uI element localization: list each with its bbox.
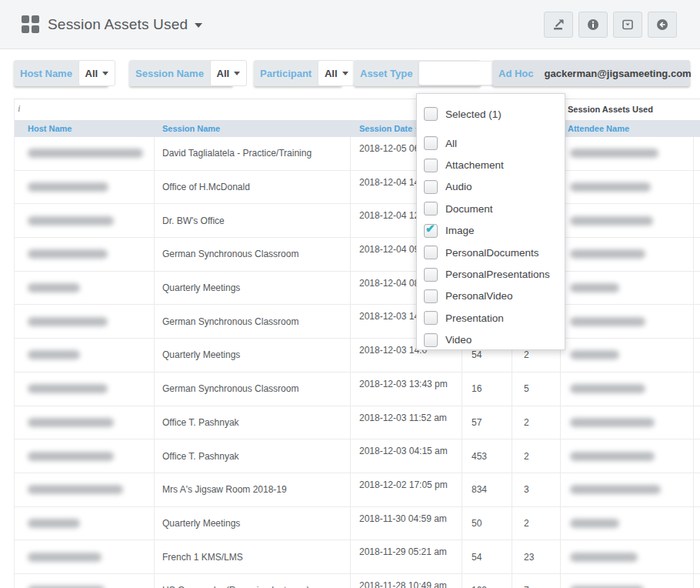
- top-bar: Session Assets Used: [0, 0, 700, 49]
- checkbox-icon[interactable]: [424, 136, 438, 150]
- checkbox-icon[interactable]: [424, 159, 438, 172]
- asset-type-option[interactable]: PersonalVideo: [417, 286, 565, 307]
- asset-type-input[interactable]: [418, 61, 495, 85]
- attendee-name-cell: [561, 507, 694, 540]
- asset-type-dropdown: Selected (1) All Attachement Audio Docum…: [416, 93, 565, 350]
- asset-type-option[interactable]: Presentation: [417, 307, 565, 329]
- filter-participant: Participant All: [254, 60, 342, 86]
- table-row[interactable]: German Synchronous Classroom 2018-12-04 …: [15, 238, 700, 272]
- participant-select[interactable]: All: [318, 60, 355, 86]
- asset-type-option[interactable]: All: [417, 132, 565, 154]
- checkbox-icon[interactable]: [424, 224, 438, 238]
- session-name-select[interactable]: All: [210, 60, 247, 86]
- grid-menu-icon[interactable]: [22, 15, 39, 33]
- export-image-button[interactable]: [544, 12, 573, 38]
- host-name-cell: [15, 507, 155, 540]
- checkbox-icon[interactable]: [424, 289, 438, 303]
- filter-participant-label: Participant: [254, 68, 318, 79]
- asset-type-option[interactable]: Audio: [417, 176, 565, 198]
- session-name-cell: German Synchronous Classroom: [155, 305, 351, 338]
- redacted-host-name: [28, 553, 102, 562]
- host-name-cell: [15, 406, 155, 439]
- table-row[interactable]: Quarterly Meetings 2018-11-30 04:59 am 5…: [15, 507, 700, 541]
- attendees-count-cell: 5: [512, 373, 561, 406]
- host-name-cell: [15, 204, 155, 237]
- checkbox-icon[interactable]: [424, 268, 438, 282]
- filter-ad-hoc: Ad Hoc gackerman@jigsameeting.com: [492, 60, 690, 86]
- redacted-host-name: [28, 149, 143, 158]
- attendee-name-cell: [561, 473, 694, 506]
- redacted-attendee-name: [570, 216, 653, 226]
- grid-info-icon[interactable]: i: [18, 102, 21, 115]
- page-title-wrap[interactable]: Session Assets Used: [48, 0, 202, 48]
- table-row[interactable]: Dr. BW's Office 2018-12-04 12:5: [15, 204, 700, 238]
- redacted-attendee-name: [570, 553, 638, 562]
- session-date-cell: 2018-12-03 04:15 am: [351, 439, 462, 473]
- table-row[interactable]: French 1 KMS/LMS 2018-11-29 05:21 am 54 …: [15, 540, 700, 574]
- redacted-attendee-name: [570, 452, 655, 461]
- host-name-cell: [15, 238, 155, 271]
- asset-type-option-label: PersonalDocuments: [445, 247, 539, 259]
- table-row[interactable]: HS Geography (Recurring Instance) 2018-1…: [15, 574, 700, 588]
- table-row[interactable]: Office of H.McDonald 2018-12-04 14:5: [15, 171, 700, 205]
- asset-type-option[interactable]: Video: [417, 329, 565, 350]
- table-row[interactable]: German Synchronous Classroom 2018-12-03 …: [15, 305, 700, 339]
- table-row[interactable]: David Taglialatela - Practice/Training 2…: [15, 137, 700, 171]
- redacted-host-name: [28, 182, 108, 192]
- host-name-select[interactable]: All: [78, 60, 115, 86]
- caret-down-icon: [195, 23, 202, 28]
- attendee-name-cell: [561, 339, 694, 372]
- asset-type-option[interactable]: Image: [417, 220, 565, 242]
- checkbox-icon[interactable]: [424, 246, 438, 259]
- checkbox-icon[interactable]: [424, 202, 438, 215]
- grid-toolbar: i Session Assets Used: [15, 99, 700, 120]
- info-button[interactable]: [578, 12, 608, 38]
- asset-type-option-label: Audio: [445, 181, 472, 192]
- asset-type-option[interactable]: PersonalPresentations: [417, 263, 565, 285]
- column-header-host-name[interactable]: Host Name: [15, 124, 155, 133]
- column-header-session-name[interactable]: Session Name: [155, 124, 351, 133]
- table-row[interactable]: Mrs A's Jigsaw Room 2018-19 2018-12-02 1…: [15, 473, 700, 507]
- redacted-attendee-name: [570, 485, 661, 494]
- session-name-selected-value: All: [217, 68, 230, 79]
- session-date-cell: 2018-12-03 11:52 am: [351, 406, 462, 439]
- redacted-attendee-name: [570, 149, 658, 158]
- host-name-cell: [15, 339, 155, 372]
- session-date-cell: 2018-11-29 05:21 am: [351, 540, 462, 573]
- back-button[interactable]: [648, 12, 677, 38]
- asset-type-option[interactable]: Attachement: [417, 154, 565, 175]
- table-row[interactable]: Quarterly Meetings 2018-12-04 08:0: [15, 272, 700, 306]
- attendee-name-cell: [561, 171, 694, 204]
- asset-type-option-label: Video: [445, 334, 472, 346]
- redacted-host-name: [28, 216, 114, 226]
- checkbox-icon[interactable]: [424, 311, 438, 325]
- session-name-cell: German Synchronous Classroom: [155, 373, 351, 406]
- column-header-attendee-name[interactable]: Attendee Name: [561, 124, 694, 133]
- redacted-host-name: [28, 350, 80, 359]
- attendees-count-cell: 2: [512, 507, 561, 540]
- attendees-count-cell: 2: [512, 406, 561, 439]
- checkbox-icon[interactable]: [424, 180, 438, 194]
- host-name-cell: [15, 171, 155, 204]
- table-row[interactable]: Quarterly Meetings 2018-12-03 14:0 54 2: [15, 339, 700, 373]
- app-window: Session Assets Used: [0, 0, 700, 588]
- session-date-cell: 2018-11-28 10:49 am: [351, 574, 462, 588]
- panel-dropdown-button[interactable]: [613, 12, 642, 38]
- filter-host-name-label: Host Name: [14, 68, 78, 79]
- asset-type-option[interactable]: PersonalDocuments: [417, 242, 565, 263]
- asset-type-option[interactable]: Selected (1): [417, 100, 565, 128]
- host-name-cell: [15, 540, 155, 573]
- checkbox-icon[interactable]: [424, 107, 438, 121]
- assets-used-cell: 834: [462, 473, 512, 506]
- session-name-cell: HS Geography (Recurring Instance): [155, 574, 351, 588]
- assets-used-cell: 54: [462, 540, 512, 573]
- checkbox-icon[interactable]: [424, 333, 438, 347]
- caret-down-icon: [234, 72, 240, 75]
- table-row[interactable]: Office T. Pashnyak 2018-12-03 04:15 am 4…: [15, 439, 700, 473]
- asset-type-option-label: PersonalPresentations: [445, 269, 550, 280]
- table-row[interactable]: Office T. Pashnyak 2018-12-03 11:52 am 5…: [15, 406, 700, 440]
- info-icon: [587, 18, 599, 31]
- table-row[interactable]: German Synchronous Classroom 2018-12-03 …: [15, 373, 700, 406]
- session-date-cell: 2018-12-02 17:05 pm: [351, 473, 462, 506]
- asset-type-option[interactable]: Document: [417, 198, 565, 219]
